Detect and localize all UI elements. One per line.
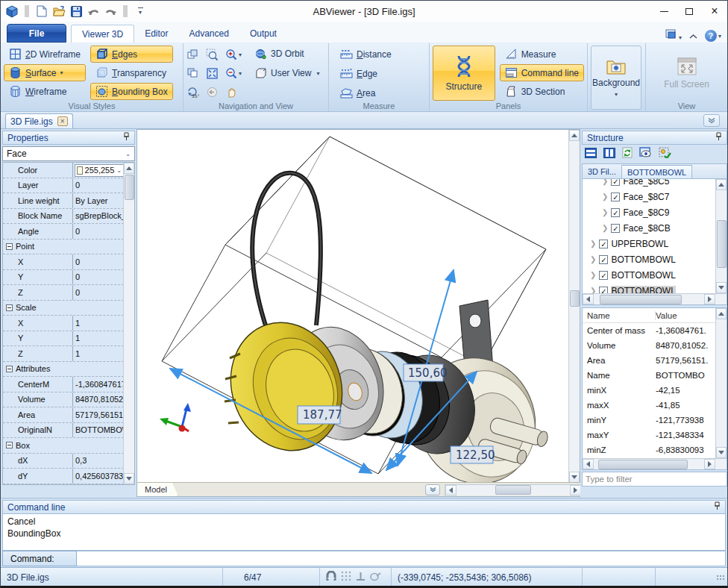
property-row[interactable]: Area 57179,5615163 [3,407,124,423]
visibility-checkbox[interactable]: ✓ [611,193,620,201]
new-file-button[interactable] [35,4,48,18]
show-selected-icon[interactable] [639,147,652,161]
rotate-35-button[interactable]: 35° [186,86,206,98]
measure-area-button[interactable]: Area [335,84,426,101]
window-style-button[interactable]: ▾ [665,29,682,43]
expand-icon[interactable]: ❯ [590,271,596,279]
measure-edge-button[interactable]: Edge [335,65,426,82]
background-button[interactable]: Background ▾ [591,46,641,110]
visibility-checkbox[interactable]: ✓ [599,240,608,248]
open-file-button[interactable] [52,4,66,18]
user-view-button[interactable]: User View [252,65,313,81]
table-row[interactable]: Area 57179,56151. [583,353,727,368]
snap-toggle-icon[interactable] [326,571,336,584]
surface-button[interactable]: Surface▾ [4,64,86,81]
minimize-button[interactable] [651,2,677,20]
property-row[interactable]: CenterM -1,36084761759 [3,377,124,392]
grid-toggle-icon[interactable] [341,571,351,584]
model-3d[interactable]: OUT [215,173,552,483]
property-row[interactable]: Y 1 [3,331,124,347]
tree-item[interactable]: ❯ ✓ BOTTOMBOWL [583,267,715,283]
table-vertical-scrollbar[interactable] [715,308,727,458]
split-vertical-icon[interactable] [603,148,615,161]
pin-icon[interactable] [123,132,130,143]
table-row[interactable]: Volume 84870,81052. [583,338,727,353]
full-screen-button[interactable]: Full Screen [656,46,718,101]
expand-icon[interactable]: ❯ [590,255,596,263]
filter-input[interactable] [582,472,727,487]
property-row[interactable]: Angle 0 [3,224,124,240]
pan-view-button[interactable] [186,49,206,61]
redo-button[interactable] [104,4,117,18]
viewport-vertical-scrollbar[interactable] [568,130,580,483]
table-row[interactable]: minZ -6,83830093 [583,442,727,457]
property-row[interactable]: Layer 0 [3,178,124,194]
zoom-window-button[interactable] [206,49,225,61]
property-row[interactable]: Z 0 [3,285,124,301]
tab-viewer-3d[interactable]: Viewer 3D [71,25,134,43]
property-row[interactable]: OriginalN BOTTOMBOWL [3,423,124,439]
customize-toolbar-dropdown[interactable]: ▾ [134,4,147,18]
table-row[interactable]: minX -42,15 [583,383,727,398]
zoom-out-button[interactable]: ▾ [225,67,248,80]
tree-item[interactable]: ❯ ✓ Face_$8C5 [583,178,715,189]
tab-advanced[interactable]: Advanced [179,25,239,43]
expand-icon[interactable]: ❯ [602,224,608,232]
collapse-panel-button[interactable] [703,114,720,127]
maximize-button[interactable] [677,2,702,20]
expand-icon[interactable]: ❯ [602,178,608,185]
structure-panel-button[interactable]: Structure [433,46,495,101]
tree-item[interactable]: ❯ ✓ UPPERBOWL [583,236,715,251]
measure-distance-button[interactable]: Distance [335,46,426,63]
tree-item[interactable]: ❯ ✓ Face_$8C9 [583,204,715,220]
property-row[interactable]: Line weight By Layer [3,193,124,209]
refresh-icon[interactable] [622,147,633,161]
visibility-checkbox[interactable]: ✓ [611,178,620,186]
wireframe-button[interactable]: Wireframe [4,83,86,100]
table-row[interactable]: Center of mass -1,36084761. [583,323,727,338]
property-row[interactable]: Attributes [3,362,124,378]
pan-button[interactable] [225,86,248,98]
property-row-color[interactable]: Color 255,255 ⌄ [3,163,124,178]
help-button[interactable]: ?▾ [705,30,721,42]
app-icon[interactable] [5,4,19,18]
ortho-toggle-icon[interactable] [356,572,365,584]
structure-tab[interactable]: 3D Fil... [583,165,622,178]
file-menu-button[interactable]: File [7,24,66,43]
property-row[interactable]: dX 0,3 [3,454,124,469]
resize-grip[interactable] [716,575,725,581]
tree-item[interactable]: ❯ ✓ Face_$8CB [583,220,715,236]
copy-view-button[interactable] [186,67,206,80]
tree-item[interactable]: ❯ ✓ Face_$8C7 [583,189,715,204]
visibility-checkbox[interactable]: ✓ [599,255,608,264]
table-row[interactable]: Name BOTTOMBO [583,368,727,383]
3d-section-panel-button[interactable]: 3D Section [500,83,584,100]
expand-icon[interactable]: ❯ [602,193,608,201]
visibility-checkbox[interactable]: ✓ [599,271,608,280]
property-row[interactable]: Box [3,438,124,454]
table-row[interactable]: maxX -41,85 [583,398,727,413]
split-horizontal-icon[interactable] [585,148,597,161]
2d-wireframe-button[interactable]: 2D Wireframe [4,46,86,63]
property-row[interactable]: Z 1 [3,346,124,362]
entity-type-select[interactable]: Face ⌄ [2,146,135,161]
model-canvas[interactable]: OUT [137,130,569,483]
table-row[interactable]: maxY -121,348334 [583,428,727,442]
visibility-checkbox[interactable]: ✓ [611,208,620,217]
tree-horizontal-scrollbar[interactable] [583,293,727,304]
measure-panel-button[interactable]: Measure [500,46,584,63]
property-row[interactable]: Scale [3,301,124,316]
collapse-group-icon[interactable] [6,304,13,311]
command-line-panel-button[interactable]: Command line [500,64,584,81]
user-view-dropdown[interactable]: ▾ [316,70,319,77]
fit-to-screen-button[interactable] [206,67,225,80]
collapse-group-icon[interactable] [6,243,13,250]
undo-button[interactable] [87,4,100,18]
command-history[interactable]: CancelBoundingBox [2,514,726,551]
close-button[interactable]: × [702,2,727,20]
tab-output[interactable]: Output [239,25,287,43]
bounding-box-button[interactable]: Bounding Box [90,83,173,100]
previous-view-button[interactable] [206,86,225,98]
collapse-group-icon[interactable] [6,442,13,448]
paint-format-icon[interactable] [370,572,381,584]
